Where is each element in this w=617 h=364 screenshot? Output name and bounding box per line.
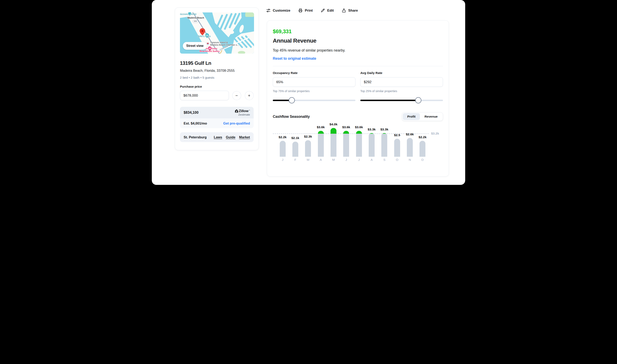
- chart-bar-f-1[interactable]: [292, 142, 298, 157]
- chart-bar-above-threshold: [330, 128, 336, 134]
- sliders-icon: [266, 8, 271, 13]
- map-pin-chamber-icon: [206, 42, 209, 45]
- adr-slider[interactable]: [360, 97, 443, 103]
- occupancy-helper-text: Top 75% of similar properties: [273, 90, 356, 93]
- chart-bar-j-0[interactable]: [280, 141, 286, 157]
- chart-bar-value-label: $2.3k: [302, 135, 315, 138]
- map-label-johns-pass: John's Pass: [197, 35, 211, 38]
- property-map[interactable]: Discovery Center Madeira Beach 699 John'…: [180, 13, 254, 54]
- reset-estimate-link[interactable]: Reset to original estimate: [273, 56, 443, 61]
- chart-bar-value-label: $3.3k: [378, 128, 391, 131]
- map-label-treasure-island: Treasure Island & Madeira Beach Chamber …: [210, 41, 239, 46]
- chart-month-label: D: [416, 158, 429, 162]
- market-block: St. Petersburg Laws Guide Market: [180, 132, 254, 142]
- adr-helper-text: Top 25% of similar properties: [360, 90, 443, 93]
- chart-bar-o-9[interactable]: [394, 139, 400, 157]
- chart-bar-j-6[interactable]: [356, 131, 362, 157]
- chart-bar-above-threshold: [356, 131, 362, 134]
- toolbar: Customize Print Edit Share: [266, 8, 358, 13]
- increase-price-button[interactable]: +: [245, 91, 254, 100]
- customize-button[interactable]: Customize: [266, 8, 290, 13]
- adr-slider-thumb[interactable]: [415, 97, 421, 103]
- profit-revenue-toggle: Profit Revenue: [402, 112, 443, 121]
- chart-month-label: S: [378, 158, 391, 162]
- zillow-logo-icon: [235, 109, 238, 113]
- map-route-699-badge: 699: [192, 20, 198, 23]
- edit-label: Edit: [327, 9, 334, 13]
- market-link-laws[interactable]: Laws: [214, 135, 222, 139]
- zestimate-value: $834,100: [184, 110, 199, 115]
- zestimate-sublabel: Zestimate: [238, 113, 250, 116]
- print-button[interactable]: Print: [298, 8, 313, 13]
- pencil-icon: [321, 8, 325, 13]
- chart-bar-j-5[interactable]: [343, 131, 349, 157]
- chart-bar-value-label: $2.2k: [276, 135, 289, 139]
- zillow-wordmark: Zillow: [239, 109, 248, 113]
- map-label-treasure-line1: Treasure Island &: [210, 41, 239, 44]
- chart-bar-n-10[interactable]: [407, 138, 413, 157]
- purchase-price-input[interactable]: [180, 91, 229, 100]
- chart-bar-value-label: $2.5: [391, 133, 404, 137]
- map-label-treasure-line2: Madeira Beach Chamber o...: [210, 44, 239, 46]
- map-label-discovery-center: Discovery Center: [180, 13, 196, 15]
- toggle-profit[interactable]: Profit: [403, 113, 420, 120]
- chart-bar-a-7[interactable]: [369, 133, 375, 157]
- section-divider: [273, 66, 443, 66]
- occupancy-rate-label: Occupancy Rate: [273, 71, 356, 75]
- avg-daily-rate-column: Avg Daily Rate Top 25% of similar proper…: [360, 71, 443, 103]
- print-label: Print: [305, 9, 313, 13]
- chart-month-label: A: [314, 158, 327, 162]
- annual-revenue-title: Annual Revenue: [273, 38, 443, 44]
- chart-bar-value-label: $3.6k: [352, 125, 365, 129]
- occupancy-slider-track[interactable]: [273, 100, 356, 101]
- zestimate-block: $834,100 Zillow ® Zestimate Est. $4,001/…: [180, 107, 254, 128]
- chart-bar-value-label: $3.3k: [365, 128, 378, 131]
- printer-icon: [298, 8, 303, 13]
- chart-month-label: J: [276, 158, 289, 162]
- chart-bar-s-8[interactable]: [381, 133, 387, 157]
- monthly-estimate: Est. $4,001/mo: [184, 121, 207, 125]
- chart-month-label: F: [289, 158, 302, 162]
- market-link-market[interactable]: Market: [239, 135, 250, 139]
- zillow-trademark: ®: [249, 110, 250, 111]
- app-window: Discovery Center Madeira Beach 699 John'…: [152, 0, 465, 185]
- chart-month-label: A: [365, 158, 378, 162]
- edit-button[interactable]: Edit: [321, 8, 334, 13]
- adr-slider-track[interactable]: [360, 100, 443, 101]
- chart-month-label: J: [340, 158, 353, 162]
- seasonality-chart: $3.2k $2.2kJ$2.1kF$2.3kM$3.6kA$4.0kM$3.6…: [273, 122, 443, 164]
- adr-slider-fill: [360, 100, 418, 101]
- get-prequalified-link[interactable]: Get pre-qualified: [223, 121, 250, 125]
- threshold-label: $3.2k: [431, 132, 439, 135]
- chart-bar-m-2[interactable]: [305, 140, 311, 157]
- chart-bar-value-label: $3.6k: [340, 125, 353, 129]
- map-label-madeira-beach: Madeira Beach: [188, 16, 204, 19]
- property-address-line2: Madeira Beach, Florida, 33708-2555: [180, 69, 254, 73]
- chart-bar-d-11[interactable]: [420, 141, 425, 157]
- share-button[interactable]: Share: [342, 8, 358, 13]
- chart-bar-value-label: $2.2k: [416, 135, 429, 139]
- avg-daily-rate-label: Avg Daily Rate: [360, 71, 443, 75]
- chart-bar-a-3[interactable]: [318, 131, 324, 157]
- occupancy-slider-thumb[interactable]: [289, 97, 295, 103]
- property-address-title: 13195 Gulf Ln: [180, 60, 254, 66]
- property-card: Discovery Center Madeira Beach 699 John'…: [175, 8, 259, 150]
- street-view-button[interactable]: Street view: [183, 42, 207, 50]
- chart-bar-above-threshold: [343, 131, 349, 134]
- occupancy-slider[interactable]: [273, 97, 356, 103]
- share-label: Share: [348, 9, 358, 13]
- chart-month-label: N: [403, 158, 416, 162]
- occupancy-rate-input[interactable]: [273, 77, 356, 87]
- revenue-subtitle: Top 45% revenue of similar properties ne…: [273, 48, 443, 52]
- market-link-guide[interactable]: Guide: [226, 135, 235, 139]
- customize-label: Customize: [273, 9, 290, 13]
- chart-month-label: M: [327, 158, 340, 162]
- avg-daily-rate-input[interactable]: [360, 77, 443, 87]
- chart-bar-value-label: $3.6k: [314, 125, 327, 129]
- chart-month-label: M: [302, 158, 315, 162]
- chart-bar-value-label: $2.1k: [289, 136, 302, 140]
- occupancy-rate-column: Occupancy Rate Top 75% of similar proper…: [273, 71, 356, 103]
- toggle-revenue[interactable]: Revenue: [420, 113, 442, 120]
- chart-bar-m-4[interactable]: [330, 128, 336, 157]
- decrease-price-button[interactable]: −: [232, 91, 241, 100]
